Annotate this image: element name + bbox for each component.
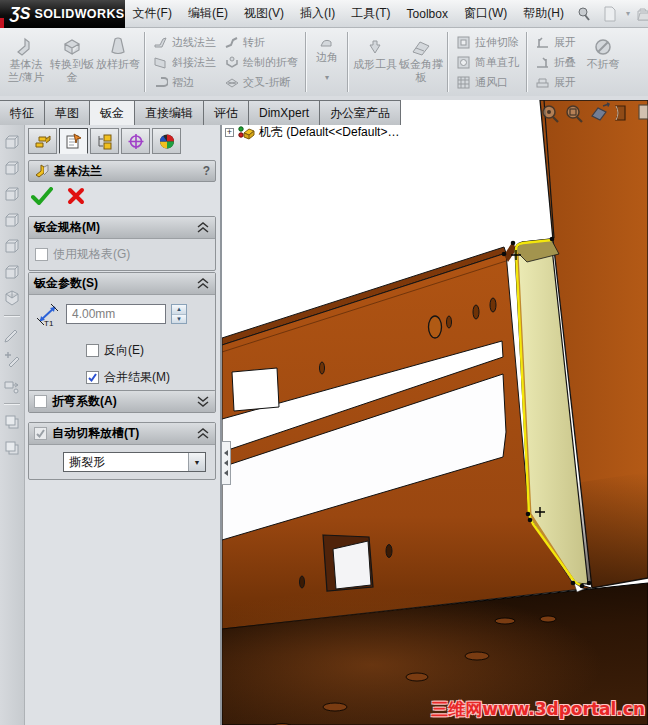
bend-allowance-header[interactable]: 折弯系数(A) (29, 391, 215, 412)
dimxpert-manager-tab[interactable] (121, 128, 150, 154)
bend-allowance-checkbox[interactable] (34, 395, 47, 408)
collapse-chevron-icon[interactable] (196, 428, 210, 439)
reverse-direction-checkbox[interactable]: 反向(E) (86, 342, 209, 359)
new-document-icon[interactable] (600, 4, 620, 24)
tab-office-products[interactable]: 办公室产品 (320, 101, 401, 125)
menu-file[interactable]: 文件(F) (125, 0, 180, 27)
simple-hole-icon (456, 55, 471, 70)
front-view-icon[interactable] (3, 133, 21, 151)
simple-hole-button[interactable]: 简单直孔 (456, 53, 519, 72)
feature-tree-root[interactable]: + 机壳 (Default<<Default>… (225, 124, 399, 141)
merge-result-checkbox[interactable]: 合并结果(M) (86, 369, 209, 386)
open-document-icon[interactable] (636, 4, 648, 24)
isometric-view-icon[interactable] (3, 289, 21, 307)
splitter-arrow-icon (224, 460, 228, 466)
cross-break-button[interactable]: 交叉-折断 (224, 73, 298, 92)
panel-splitter[interactable] (222, 441, 231, 485)
jog-icon (224, 35, 239, 50)
feature-manager-tab[interactable] (28, 128, 57, 154)
manager-tab-bar (28, 128, 181, 154)
toolbar-separator (305, 32, 307, 92)
edge-flange-button[interactable]: 边线法兰 (153, 33, 216, 52)
no-bends-button[interactable]: 不折弯 (580, 30, 626, 94)
back-view-icon[interactable] (3, 159, 21, 177)
hem-button[interactable]: 褶边 (153, 73, 216, 92)
tab-direct-editing[interactable]: 直接编辑 (135, 101, 204, 125)
menu-insert[interactable]: 插入(I) (292, 0, 343, 27)
thickness-icon: T1 (35, 302, 61, 326)
property-manager-panel: 基体法兰 ? 钣金规格(M) 使用规格表(G) (25, 124, 222, 725)
auto-relief-header[interactable]: 自动切释放槽(T) (29, 423, 215, 445)
menu-edit[interactable]: 编辑(E) (180, 0, 236, 27)
stepper-down-icon[interactable]: ▼ (172, 315, 186, 324)
3d-sketch-icon[interactable] (3, 351, 21, 369)
toolbar-separator (447, 32, 449, 92)
thickness-input[interactable]: 4.00mm (66, 304, 166, 324)
forming-tool-button[interactable]: 成形工具 (352, 30, 398, 94)
sheet-metal-parameters-header[interactable]: 钣金参数(S) (29, 273, 215, 295)
sketch-icon[interactable] (3, 325, 21, 343)
right-view-icon[interactable] (3, 211, 21, 229)
menu-help[interactable]: 帮助(H) (515, 0, 572, 27)
tab-dimxpert[interactable]: DimXpert (249, 101, 320, 125)
bottom-view-icon[interactable] (3, 263, 21, 281)
property-manager-title: 基体法兰 (54, 163, 102, 180)
top-view-icon[interactable] (3, 237, 21, 255)
feature-manager-icon (34, 133, 52, 149)
no-bends-icon (594, 34, 612, 56)
tab-evaluate[interactable]: 评估 (204, 101, 249, 125)
model-canvas[interactable] (222, 100, 648, 725)
derived-sketch-icon[interactable] (3, 377, 21, 395)
use-gauge-table-checkbox[interactable]: 使用规格表(G) (35, 246, 209, 263)
view-settings-icon[interactable] (639, 105, 648, 119)
dropdown-arrow-icon[interactable]: ▼ (188, 453, 205, 471)
new-document-caret-icon[interactable]: ▾ (626, 9, 630, 18)
relief-type-dropdown[interactable]: 撕裂形 ▼ (63, 452, 206, 472)
left-view-icon[interactable] (3, 185, 21, 203)
base-flange-button[interactable]: 基体法兰/薄片 (3, 30, 49, 94)
tree-expander-icon[interactable]: + (225, 128, 234, 137)
unfold-button[interactable]: 展开 (535, 33, 576, 52)
ok-button[interactable] (31, 187, 53, 205)
menu-tools[interactable]: 工具(T) (343, 0, 398, 27)
expand-chevron-icon[interactable] (196, 396, 210, 407)
corners-button[interactable]: 边角 ▾ (310, 30, 344, 94)
cancel-button[interactable] (67, 187, 85, 205)
sheetmetal-gusset-button[interactable]: 钣金角撑板 (398, 30, 444, 94)
miter-flange-button[interactable]: 斜接法兰 (153, 53, 216, 72)
jog-button[interactable]: 转折 (224, 33, 298, 52)
pin-icon[interactable] (574, 4, 594, 24)
menu-window[interactable]: 窗口(W) (456, 0, 515, 27)
fold-button[interactable]: 折叠 (535, 53, 576, 72)
offset-entities-icon[interactable] (3, 439, 21, 457)
convert-to-sheetmetal-icon (61, 34, 83, 56)
view-toolbar-strip (0, 124, 25, 725)
display-manager-tab[interactable] (152, 128, 181, 154)
sheet-metal-gauges-header[interactable]: 钣金规格(M) (29, 217, 215, 239)
collapse-chevron-icon[interactable] (196, 278, 210, 289)
auto-relief-checkbox[interactable] (34, 427, 47, 440)
convert-entities-icon[interactable] (3, 413, 21, 431)
watermark-text: 三维网www.3dportal.cn (431, 698, 645, 721)
thickness-stepper[interactable]: ▲ ▼ (171, 304, 187, 324)
flatten-button[interactable]: 展开 (535, 73, 576, 92)
menu-view[interactable]: 视图(V) (236, 0, 292, 27)
sketched-bend-icon (224, 55, 239, 70)
lofted-bend-button[interactable]: 放样折弯 (95, 30, 141, 94)
sketched-bend-button[interactable]: 绘制的折弯 (224, 53, 298, 72)
tab-features[interactable]: 特征 (0, 101, 45, 125)
help-icon[interactable]: ? (203, 164, 210, 178)
tab-sheet-metal[interactable]: 钣金 (90, 101, 135, 125)
stepper-up-icon[interactable]: ▲ (172, 305, 186, 315)
menu-toolbox[interactable]: Toolbox (399, 0, 456, 27)
collapse-chevron-icon[interactable] (196, 222, 210, 233)
splitter-arrow-icon (224, 450, 228, 456)
configuration-manager-tab[interactable] (90, 128, 119, 154)
extruded-cut-button[interactable]: 拉伸切除 (456, 33, 519, 52)
property-manager-tab[interactable] (59, 128, 88, 154)
tab-sketch[interactable]: 草图 (45, 101, 90, 125)
sheet-metal-gauges-group: 钣金规格(M) 使用规格表(G) (28, 216, 216, 271)
vent-button[interactable]: 通风口 (456, 73, 519, 92)
convert-to-sheetmetal-button[interactable]: 转换到钣金 (49, 30, 95, 94)
graphics-area[interactable]: + 机壳 (Default<<Default>… 三维网www.3dportal… (222, 100, 648, 725)
